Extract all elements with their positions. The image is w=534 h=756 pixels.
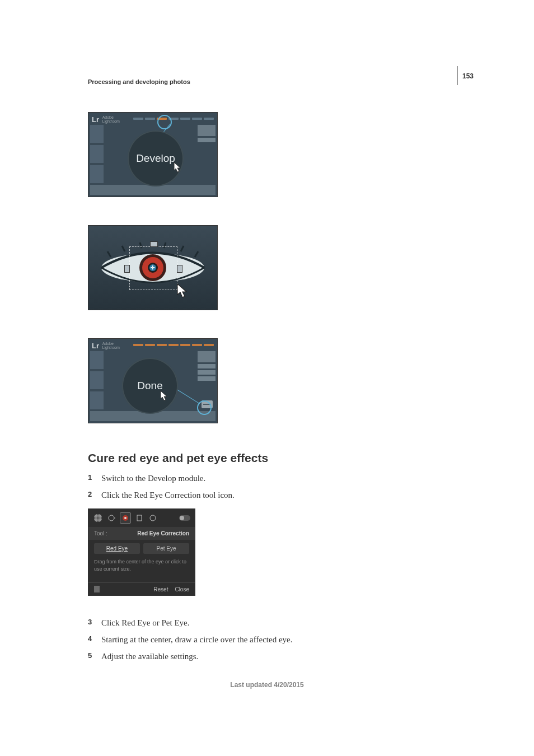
steps-list-a: Switch to the Develop module. Click the …: [88, 472, 446, 502]
develop-callout: Develop: [128, 130, 184, 186]
spot-removal-icon: [106, 513, 116, 523]
page-number: 153: [462, 72, 474, 80]
tool-tabs: Red Eye Pet Eye: [88, 540, 195, 554]
logo-bold: Lr: [92, 115, 99, 124]
figure-eye-target: ✛: [88, 225, 218, 310]
svg-line-5: [181, 246, 184, 251]
close-label: Close: [175, 586, 189, 592]
tool-footer: Reset Close: [88, 582, 195, 595]
callout-label: Done: [137, 380, 162, 392]
figure-develop-module: Lr Adobe Lightroom Develop: [88, 112, 218, 197]
figure-done-callout: Lr Adobe Lightroom Done: [88, 338, 218, 423]
right-panel: [198, 125, 216, 142]
resize-handle-right: [177, 265, 182, 273]
document-page: 153 Processing and developing photos Lr …: [0, 0, 534, 756]
page-footer: Last updated 4/20/2015: [0, 681, 534, 689]
red-eye-tool-icon: [120, 512, 131, 524]
left-panel: [90, 125, 104, 183]
callout-ring: [157, 115, 172, 129]
graduated-filter-icon: [134, 513, 144, 523]
list-item: Click the Red Eye Correction tool icon.: [88, 488, 446, 502]
list-item: Starting at the center, draw a circle ov…: [88, 633, 446, 646]
logo-small: Adobe Lightroom: [102, 342, 120, 349]
list-item: Adjust the available settings.: [88, 650, 446, 663]
logo-small: Adobe Lightroom: [102, 115, 120, 123]
tab-red-eye: Red Eye: [94, 543, 140, 554]
callout-line: [177, 389, 200, 404]
resize-handle-top: [150, 241, 158, 247]
mask-toggle-icon: [179, 515, 190, 521]
svg-line-1: [107, 251, 111, 257]
svg-line-6: [195, 251, 198, 257]
logo-bold: Lr: [92, 342, 99, 350]
radial-filter-icon: [148, 513, 158, 523]
page-number-container: 153: [457, 66, 474, 85]
lightroom-logo: Lr Adobe Lightroom: [92, 342, 120, 350]
reset-label: Reset: [153, 586, 168, 592]
resize-handle-left: [124, 265, 130, 273]
svg-rect-7: [95, 515, 101, 521]
svg-line-2: [122, 246, 125, 251]
tool-title: Red Eye Correction: [137, 530, 189, 536]
selection-box: [129, 246, 177, 290]
section-heading: Cure red eye and pet eye effects: [88, 451, 446, 465]
svg-rect-16: [137, 515, 142, 521]
list-item: Click Red Eye or Pet Eye.: [88, 616, 446, 629]
steps-list-b: Click Red Eye or Pet Eye. Starting at th…: [88, 616, 446, 663]
callout-label: Develop: [136, 152, 175, 165]
panel-switch-icon: [94, 586, 100, 592]
running-header: Processing and developing photos: [88, 78, 190, 85]
figure-tool-panel: Tool : Red Eye Correction Red Eye Pet Ey…: [88, 508, 195, 596]
tab-pet-eye: Pet Eye: [143, 543, 189, 554]
tool-label: Tool :: [94, 530, 107, 536]
module-picker: [133, 118, 214, 120]
tool-strip: [88, 509, 195, 527]
content-column: Lr Adobe Lightroom Develop: [88, 112, 446, 666]
tool-header: Tool : Red Eye Correction: [88, 527, 195, 540]
svg-point-15: [124, 517, 127, 519]
left-panel: [90, 351, 104, 409]
list-item: Switch to the Develop module.: [88, 472, 446, 485]
lightroom-logo: Lr Adobe Lightroom: [92, 115, 120, 124]
tool-hint-text: Drag from the center of the eye or click…: [88, 554, 195, 582]
svg-point-12: [109, 515, 114, 521]
eye-illustration: ✛: [100, 241, 206, 294]
module-picker: [133, 344, 214, 346]
done-slider-callout-target: [202, 400, 213, 408]
svg-point-17: [150, 515, 156, 521]
done-callout: Done: [122, 358, 178, 414]
crop-tool-icon: [93, 513, 103, 523]
right-panel: [198, 351, 216, 381]
